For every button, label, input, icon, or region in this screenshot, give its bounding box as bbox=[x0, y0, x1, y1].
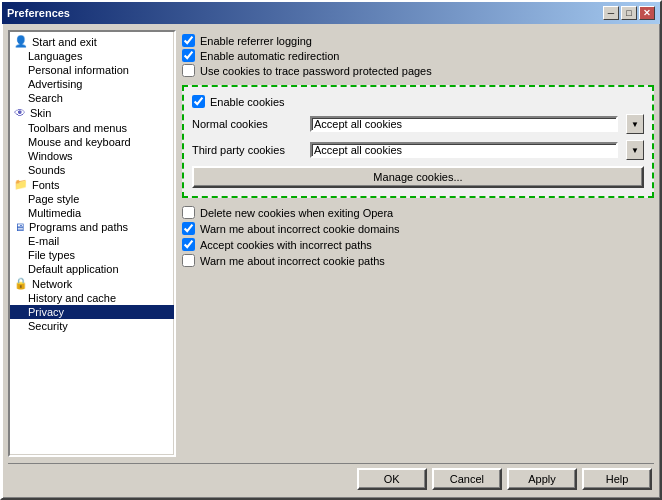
delete-new-cookies-checkbox[interactable] bbox=[182, 206, 195, 219]
warn-domains-label: Warn me about incorrect cookie domains bbox=[200, 223, 400, 235]
sidebar-item-default-app[interactable]: Default application bbox=[10, 262, 174, 276]
third-party-row: Third party cookies Accept all cookies B… bbox=[192, 140, 644, 160]
preferences-window: Preferences ─ □ ✕ 👤 Start and exit Langu… bbox=[0, 0, 662, 500]
enable-redirect-label: Enable automatic redirection bbox=[200, 50, 339, 62]
sidebar-item-page-style[interactable]: Page style bbox=[10, 192, 174, 206]
help-button[interactable]: Help bbox=[582, 468, 652, 490]
sidebar-item-personal-information[interactable]: Personal information bbox=[10, 63, 174, 77]
sidebar-label: Mouse and keyboard bbox=[28, 136, 131, 148]
accept-incorrect-paths-row: Accept cookies with incorrect paths bbox=[182, 238, 654, 251]
third-party-select[interactable]: Accept all cookies Block cookies Ask bef… bbox=[312, 144, 616, 156]
sidebar-label: File types bbox=[28, 249, 75, 261]
sidebar-label: Network bbox=[32, 278, 72, 290]
cancel-button[interactable]: Cancel bbox=[432, 468, 502, 490]
warn-domains-checkbox[interactable] bbox=[182, 222, 195, 235]
enable-redirect-checkbox[interactable] bbox=[182, 49, 195, 62]
sidebar-label: Programs and paths bbox=[29, 221, 128, 233]
sidebar-item-email[interactable]: E-mail bbox=[10, 234, 174, 248]
sidebar-item-fonts[interactable]: 📁 Fonts bbox=[10, 177, 174, 192]
folder-icon: 📁 bbox=[14, 178, 28, 191]
sidebar-label: Skin bbox=[30, 107, 51, 119]
warn-paths-label: Warn me about incorrect cookie paths bbox=[200, 255, 385, 267]
bottom-checkboxes: Delete new cookies when exiting Opera Wa… bbox=[182, 202, 654, 271]
sidebar-item-skin[interactable]: 👁 Skin bbox=[10, 105, 174, 121]
sidebar-item-file-types[interactable]: File types bbox=[10, 248, 174, 262]
sidebar-item-programs[interactable]: 🖥 Programs and paths bbox=[10, 220, 174, 234]
right-panel: Enable referrer logging Enable automatic… bbox=[182, 30, 654, 457]
use-cookies-trace-label: Use cookies to trace password protected … bbox=[200, 65, 432, 77]
sidebar-item-privacy[interactable]: Privacy bbox=[10, 305, 174, 319]
sidebar-item-languages[interactable]: Languages bbox=[10, 49, 174, 63]
sidebar-label: Fonts bbox=[32, 179, 60, 191]
top-checkboxes: Enable referrer logging Enable automatic… bbox=[182, 30, 654, 81]
accept-incorrect-paths-checkbox[interactable] bbox=[182, 238, 195, 251]
maximize-button[interactable]: □ bbox=[621, 6, 637, 20]
eye-icon: 👁 bbox=[14, 106, 26, 120]
delete-new-cookies-row: Delete new cookies when exiting Opera bbox=[182, 206, 654, 219]
cookies-box: Enable cookies Normal cookies Accept all… bbox=[182, 85, 654, 198]
sidebar-label: Page style bbox=[28, 193, 79, 205]
sidebar-item-toolbars[interactable]: Toolbars and menus bbox=[10, 121, 174, 135]
enable-referrer-label: Enable referrer logging bbox=[200, 35, 312, 47]
person-icon: 👤 bbox=[14, 35, 28, 48]
use-cookies-trace-checkbox[interactable] bbox=[182, 64, 195, 77]
sidebar-label: Search bbox=[28, 92, 63, 104]
sidebar: 👤 Start and exit Languages Personal info… bbox=[8, 30, 176, 457]
sidebar-label: Multimedia bbox=[28, 207, 81, 219]
title-bar: Preferences ─ □ ✕ bbox=[2, 2, 660, 24]
sidebar-label: E-mail bbox=[28, 235, 59, 247]
enable-cookies-label: Enable cookies bbox=[210, 96, 285, 108]
warn-paths-row: Warn me about incorrect cookie paths bbox=[182, 254, 654, 267]
sidebar-item-windows[interactable]: Windows bbox=[10, 149, 174, 163]
sidebar-item-search[interactable]: Search bbox=[10, 91, 174, 105]
sidebar-item-mouse[interactable]: Mouse and keyboard bbox=[10, 135, 174, 149]
normal-cookies-select[interactable]: Accept all cookies Block cookies Ask bef… bbox=[312, 118, 616, 130]
lock-icon: 🔒 bbox=[14, 277, 28, 290]
sidebar-item-security[interactable]: Security bbox=[10, 319, 174, 333]
sidebar-item-start-and-exit[interactable]: 👤 Start and exit bbox=[10, 34, 174, 49]
close-button[interactable]: ✕ bbox=[639, 6, 655, 20]
manage-cookies-button[interactable]: Manage cookies... bbox=[192, 166, 644, 188]
sidebar-label: Start and exit bbox=[32, 36, 97, 48]
enable-referrer-checkbox[interactable] bbox=[182, 34, 195, 47]
third-party-arrow[interactable]: ▼ bbox=[626, 140, 644, 160]
sidebar-label: Personal information bbox=[28, 64, 129, 76]
footer-buttons: OK Cancel Apply Help bbox=[8, 463, 654, 492]
apply-button[interactable]: Apply bbox=[507, 468, 577, 490]
sidebar-label: Default application bbox=[28, 263, 119, 275]
sidebar-item-network[interactable]: 🔒 Network bbox=[10, 276, 174, 291]
sidebar-item-advertising[interactable]: Advertising bbox=[10, 77, 174, 91]
enable-redirect-row: Enable automatic redirection bbox=[182, 49, 654, 62]
sidebar-label: Sounds bbox=[28, 164, 65, 176]
sidebar-label: Advertising bbox=[28, 78, 82, 90]
person2-icon: 🖥 bbox=[14, 221, 25, 233]
window-body: 👤 Start and exit Languages Personal info… bbox=[2, 24, 660, 498]
enable-referrer-row: Enable referrer logging bbox=[182, 34, 654, 47]
warn-domains-row: Warn me about incorrect cookie domains bbox=[182, 222, 654, 235]
use-cookies-trace-row: Use cookies to trace password protected … bbox=[182, 64, 654, 77]
title-bar-buttons: ─ □ ✕ bbox=[603, 6, 655, 20]
enable-cookies-row: Enable cookies bbox=[192, 95, 644, 108]
normal-cookies-label: Normal cookies bbox=[192, 118, 302, 130]
sidebar-label: Languages bbox=[28, 50, 82, 62]
sidebar-item-history[interactable]: History and cache bbox=[10, 291, 174, 305]
delete-new-cookies-label: Delete new cookies when exiting Opera bbox=[200, 207, 393, 219]
normal-cookies-arrow[interactable]: ▼ bbox=[626, 114, 644, 134]
minimize-button[interactable]: ─ bbox=[603, 6, 619, 20]
sidebar-label: Security bbox=[28, 320, 68, 332]
warn-paths-checkbox[interactable] bbox=[182, 254, 195, 267]
sidebar-item-sounds[interactable]: Sounds bbox=[10, 163, 174, 177]
sidebar-label: Toolbars and menus bbox=[28, 122, 127, 134]
ok-button[interactable]: OK bbox=[357, 468, 427, 490]
enable-cookies-checkbox[interactable] bbox=[192, 95, 205, 108]
sidebar-item-multimedia[interactable]: Multimedia bbox=[10, 206, 174, 220]
normal-cookies-dropdown-container: Accept all cookies Block cookies Ask bef… bbox=[310, 116, 618, 132]
main-content: 👤 Start and exit Languages Personal info… bbox=[8, 30, 654, 457]
sidebar-label: Windows bbox=[28, 150, 73, 162]
third-party-dropdown-container: Accept all cookies Block cookies Ask bef… bbox=[310, 142, 618, 158]
third-party-label: Third party cookies bbox=[192, 144, 302, 156]
normal-cookies-row: Normal cookies Accept all cookies Block … bbox=[192, 114, 644, 134]
sidebar-label: History and cache bbox=[28, 292, 116, 304]
window-title: Preferences bbox=[7, 7, 70, 19]
sidebar-label: Privacy bbox=[28, 306, 64, 318]
